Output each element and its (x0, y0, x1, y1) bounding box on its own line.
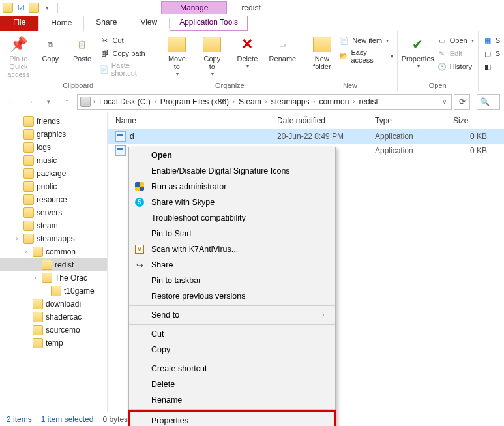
menu-copy[interactable]: Copy (129, 342, 335, 358)
tree-item[interactable]: logs (0, 141, 107, 154)
tab-home[interactable]: Home (38, 16, 84, 31)
search-input[interactable]: 🔍 (477, 94, 500, 110)
tree-item[interactable]: sourcemo (0, 324, 107, 337)
menu-share-skype[interactable]: SShare with Skype (129, 194, 335, 210)
breadcrumb[interactable]: › Local Disk (C:)› Program Files (x86)› … (77, 94, 452, 110)
tree-item[interactable]: graphics (0, 128, 107, 141)
menu-restore[interactable]: Restore previous versions (129, 288, 335, 304)
crumb[interactable]: common (318, 97, 350, 106)
menu-pin-start[interactable]: Pin to Start (129, 226, 335, 241)
copy-button[interactable]: ⧉ Copy (36, 33, 65, 63)
recent-button[interactable]: ▾ (40, 94, 56, 110)
tree-item[interactable]: resource (0, 193, 107, 206)
chevron-right-icon[interactable]: › (264, 99, 269, 105)
properties-button[interactable]: ✔ Properties▾ (402, 33, 434, 70)
menu-run-as-admin[interactable]: Run as administrator (129, 179, 335, 194)
row-type: Application (375, 132, 453, 141)
copy-to-button[interactable]: Copy to▾ (196, 33, 228, 78)
chevron-down-icon[interactable]: v (443, 99, 449, 105)
nav-tree[interactable]: friendsgraphicslogsmusicpackagepublicres… (0, 112, 108, 412)
menu-share[interactable]: ↪Share (129, 257, 335, 273)
chevron-right-icon[interactable]: › (231, 99, 236, 105)
menu-open[interactable]: Open (129, 147, 335, 163)
col-type[interactable]: Type (375, 116, 453, 125)
tab-view[interactable]: View (128, 16, 169, 31)
forward-button[interactable]: → (22, 94, 38, 110)
column-headers[interactable]: ︿ Name Date modified Type Size (108, 112, 504, 129)
menu-separator (129, 409, 335, 410)
tree-item[interactable]: servers (0, 206, 107, 219)
tree-item[interactable]: temp (0, 337, 107, 350)
tab-file[interactable]: File (0, 16, 38, 31)
refresh-button[interactable]: ⟳ (454, 94, 470, 110)
crumb[interactable]: steamapps (270, 97, 311, 106)
tree-item[interactable]: ›steamapps (0, 232, 107, 245)
select-none-button[interactable]: ▢S (482, 47, 500, 60)
tree-item[interactable]: shadercac (0, 311, 107, 324)
paste-shortcut-button[interactable]: 📄Paste shortcut (99, 60, 152, 78)
menu-scan-k7[interactable]: VScan with K7AntiVirus... (129, 241, 335, 257)
copy-to-label: Copy to (204, 55, 221, 70)
menu-pin-taskbar[interactable]: Pin to taskbar (129, 273, 335, 288)
tab-application-tools[interactable]: Application Tools (170, 16, 248, 31)
file-row[interactable]: d20-Jun-22 8:49 PMApplication0 KB (108, 129, 504, 144)
move-to-button[interactable]: Move to▾ (160, 33, 193, 78)
tree-item[interactable]: music (0, 154, 107, 167)
up-button[interactable]: ↑ (59, 94, 74, 110)
chevron-right-icon[interactable]: › (153, 99, 158, 105)
delete-button[interactable]: ✕ Delete▾ (231, 33, 263, 70)
tab-share[interactable]: Share (84, 16, 128, 31)
tree-item[interactable]: t10game (0, 284, 107, 297)
address-bar: ← → ▾ ↑ › Local Disk (C:)› Program Files… (0, 91, 504, 112)
tree-item-label: shadercac (46, 312, 82, 322)
menu-delete[interactable]: Delete (129, 376, 335, 392)
tree-item[interactable]: ›The Orac (0, 271, 107, 284)
col-size[interactable]: Size (453, 116, 504, 125)
crumb[interactable]: Steam (237, 97, 263, 106)
menu-rename[interactable]: Rename (129, 392, 335, 408)
tree-item-label: redist (55, 260, 74, 269)
chevron-right-icon[interactable]: › (312, 99, 316, 105)
edit-button[interactable]: ✎Edit (437, 47, 474, 60)
tree-item[interactable]: steam (0, 219, 107, 232)
tree-item[interactable]: friends (0, 115, 107, 128)
tree-item[interactable]: downloadi (0, 297, 107, 311)
rename-button[interactable]: ▭ Rename (266, 33, 299, 63)
crumb[interactable]: Program Files (x86) (159, 97, 230, 106)
history-button[interactable]: 🕑History (437, 60, 474, 73)
paste-button[interactable]: 📋 Paste (68, 33, 97, 63)
group-label-open: Open (402, 82, 474, 91)
menu-compat[interactable]: Troubleshoot compatibility (129, 210, 335, 226)
menu-send-to[interactable]: Send to〉 (129, 307, 335, 323)
chevron-right-icon[interactable]: › (31, 275, 39, 281)
crumb[interactable]: Local Disk (C:) (98, 97, 152, 106)
qat-prop-icon[interactable]: ☑ (16, 3, 26, 13)
chevron-right-icon[interactable]: › (22, 249, 30, 255)
chevron-right-icon[interactable]: › (92, 99, 96, 105)
menu-cut[interactable]: Cut (129, 326, 335, 342)
invert-selection-button[interactable]: ◧ (482, 60, 500, 73)
tree-item[interactable]: public (0, 180, 107, 193)
col-date[interactable]: Date modified (277, 116, 375, 125)
col-name[interactable]: Name (108, 116, 277, 125)
qat-caret-icon[interactable]: ▾ (42, 3, 52, 13)
new-folder-button[interactable]: New folder (307, 33, 336, 70)
cut-button[interactable]: ✂Cut (99, 34, 152, 47)
open-button[interactable]: ▭Open▾ (437, 34, 474, 47)
new-item-button[interactable]: 📄New item▾ (339, 34, 393, 47)
chevron-right-icon[interactable]: › (351, 99, 356, 105)
select-all-button[interactable]: ▦S (482, 34, 500, 47)
menu-properties[interactable]: Properties (129, 411, 335, 426)
tree-item-label: t10game (64, 286, 95, 296)
menu-sigicons[interactable]: Enable/Disable Digital Signature Icons (129, 163, 335, 179)
easy-access-button[interactable]: 📂Easy access▾ (339, 47, 393, 65)
back-button[interactable]: ← (4, 94, 20, 110)
chevron-right-icon[interactable]: › (13, 236, 21, 242)
copy-path-button[interactable]: 🗐Copy path (99, 47, 152, 60)
crumb[interactable]: redist (357, 97, 379, 106)
pin-button[interactable]: 📌 Pin to Quick access (4, 33, 33, 78)
tree-item[interactable]: package (0, 167, 107, 180)
tree-item[interactable]: redist (0, 258, 107, 271)
tree-item[interactable]: ›common (0, 245, 107, 258)
menu-create-shortcut[interactable]: Create shortcut (129, 361, 335, 376)
